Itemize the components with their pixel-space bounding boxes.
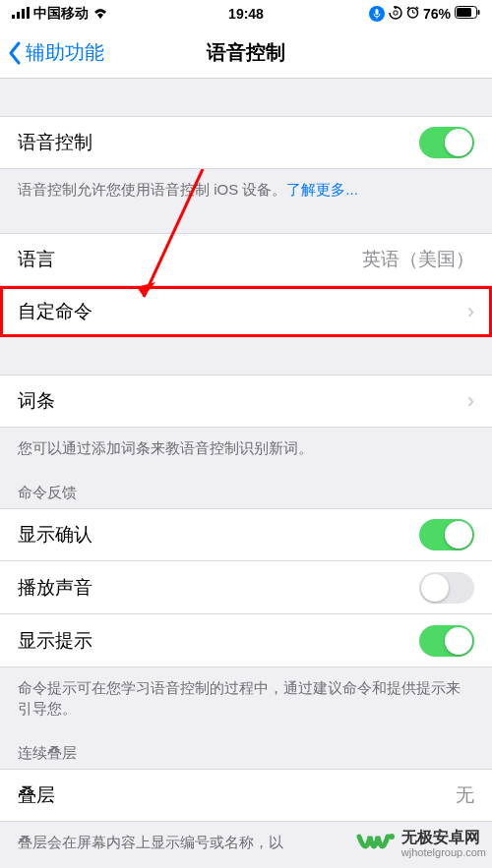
voice-control-label: 语音控制 (18, 130, 92, 155)
show-confirm-label: 显示确认 (18, 522, 92, 548)
learn-more-link[interactable]: 了解更多... (286, 181, 358, 198)
voice-control-switch[interactable] (419, 127, 474, 158)
vocabulary-desc: 您可以通过添加词条来教语音控制识别新词。 (0, 428, 492, 466)
feedback-desc: 命令提示可在您学习语音控制的过程中，通过建议命令和提供提示来引导您。 (0, 667, 492, 726)
feedback-header: 命令反馈 (0, 466, 492, 508)
vocabulary-cell[interactable]: 词条 › (0, 375, 492, 428)
show-hints-label: 显示提示 (18, 628, 92, 654)
play-sound-cell[interactable]: 播放声音 (0, 561, 492, 614)
watermark-title: 无极安卓网 (401, 829, 486, 846)
nav-bar: 辅助功能 语音控制 (0, 28, 492, 79)
watermark-url: wjhotelgroup.com (401, 846, 486, 858)
play-sound-label: 播放声音 (18, 575, 92, 601)
overlay-value: 无 (456, 782, 474, 808)
svg-point-17 (389, 834, 395, 839)
back-label: 辅助功能 (26, 39, 104, 66)
voice-control-desc: 语音控制允许您使用语音控制 iOS 设备。了解更多... (0, 169, 492, 207)
overlay-header: 连续叠层 (0, 726, 492, 769)
overlay-label: 叠层 (18, 782, 55, 808)
custom-commands-cell[interactable]: 自定命令 › (0, 286, 492, 337)
vocabulary-label: 词条 (18, 388, 55, 414)
watermark-logo-icon (356, 829, 396, 858)
show-hints-cell[interactable]: 显示提示 (0, 614, 492, 667)
language-value: 英语（美国） (362, 247, 474, 272)
back-button[interactable]: 辅助功能 (0, 39, 104, 66)
custom-commands-label: 自定命令 (18, 299, 92, 324)
status-bar: 中国移动 19:48 76% (0, 0, 492, 28)
chevron-left-icon (8, 41, 22, 65)
overlay-cell[interactable]: 叠层 无 (0, 769, 492, 822)
watermark: 无极安卓网 wjhotelgroup.com (356, 829, 486, 858)
play-sound-switch[interactable] (419, 572, 474, 604)
language-cell[interactable]: 语言 英语（美国） (0, 233, 492, 286)
show-hints-switch[interactable] (419, 625, 474, 657)
chevron-right-icon: › (467, 299, 474, 324)
clock: 19:48 (0, 6, 492, 22)
voice-control-cell[interactable]: 语音控制 (0, 116, 492, 169)
chevron-right-icon: › (467, 388, 474, 414)
show-confirm-cell[interactable]: 显示确认 (0, 508, 492, 561)
language-label: 语言 (18, 247, 55, 272)
show-confirm-switch[interactable] (419, 519, 474, 550)
